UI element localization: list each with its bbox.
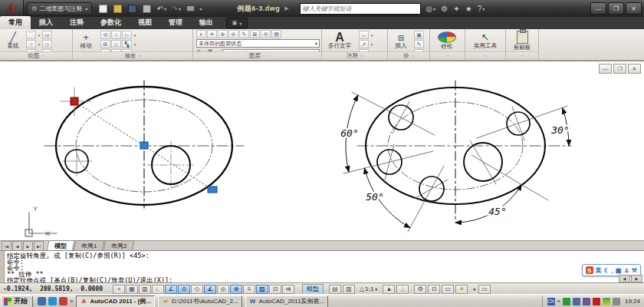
workspace-switch-button[interactable]: ⚙ bbox=[414, 285, 426, 294]
tray-network2-icon[interactable]: ✕ bbox=[583, 298, 590, 305]
taskbar-task-folder[interactable]: ▰ D:\2011书\AutoCAD_2... bbox=[158, 295, 242, 307]
minimize-button[interactable]: — bbox=[590, 2, 606, 15]
new-file-button[interactable] bbox=[97, 2, 110, 15]
panel-modify-label[interactable]: 修改 ▾ bbox=[73, 51, 192, 60]
toggle-quick-properties[interactable]: ⊡ bbox=[269, 285, 281, 294]
ribbon-options-button[interactable]: ▣▾ bbox=[226, 18, 248, 28]
tab-manage[interactable]: 管理 bbox=[160, 16, 191, 29]
annotation-visibility-button[interactable]: ▲ bbox=[383, 285, 395, 294]
panel-clipboard-label[interactable]: ▾ bbox=[506, 51, 538, 60]
communication-center-icon[interactable]: ✦ bbox=[453, 5, 459, 13]
toggle-transparency[interactable]: ▨ bbox=[256, 285, 268, 294]
toggle-selection-cycling[interactable]: ⇉ bbox=[282, 285, 294, 294]
center-grip[interactable] bbox=[140, 142, 148, 149]
help-chevron[interactable]: ▾ bbox=[482, 6, 485, 12]
tab-parametric[interactable]: 参数化 bbox=[92, 16, 130, 29]
polygon-tool-button[interactable]: ◇ bbox=[42, 40, 52, 48]
ime-fullhalf-icon[interactable]: ☾ bbox=[604, 267, 610, 274]
edit-block-button[interactable]: ✎ bbox=[414, 40, 424, 48]
tab-model[interactable]: 模型 bbox=[47, 240, 75, 251]
utilities-button[interactable]: ↖ 实用工具 bbox=[470, 30, 501, 51]
status-menu-chevron[interactable]: ▾ bbox=[473, 286, 475, 292]
mtext-button[interactable]: A 多行文字 bbox=[325, 30, 354, 51]
toggle-3d-osnap[interactable]: ◇ bbox=[191, 285, 203, 294]
performance-button[interactable]: ▭ bbox=[442, 285, 454, 294]
command-window-grip[interactable] bbox=[0, 251, 5, 283]
ime-settings-icon[interactable]: ⚒ bbox=[632, 267, 637, 274]
move-button[interactable]: + 移动 bbox=[74, 30, 97, 51]
toggle-otrack[interactable]: ∡ bbox=[204, 285, 216, 294]
panel-annotate-label[interactable]: 注释 ▾ bbox=[322, 51, 387, 60]
status-tray-bulb-button[interactable]: ☀ bbox=[455, 285, 468, 294]
panel-block-label[interactable]: 块 ▾ bbox=[388, 51, 429, 60]
chevron-down-icon[interactable]: ▾ bbox=[370, 42, 374, 47]
right-flange-figure[interactable]: 60° 30° 50° 45° bbox=[340, 81, 571, 232]
save-button[interactable] bbox=[126, 2, 139, 15]
chevron-down-icon[interactable]: ▾ bbox=[37, 42, 41, 47]
left-flange-figure[interactable] bbox=[44, 81, 244, 208]
panel-draw-label[interactable]: 绘图 ▾ bbox=[0, 51, 72, 60]
end-grip[interactable] bbox=[208, 187, 217, 193]
taskbar-task-document[interactable]: W AutoCAD_2011实例教... bbox=[245, 295, 329, 307]
layer-match-button[interactable]: ⟲ bbox=[261, 30, 271, 38]
toggle-ortho[interactable]: ∟ bbox=[152, 285, 164, 294]
stretch-tool-button[interactable]: ▷ bbox=[122, 31, 132, 39]
undo-button[interactable]: ↶▾ bbox=[155, 2, 168, 15]
tray-display-icon[interactable] bbox=[613, 298, 620, 305]
qat-customize-button[interactable]: ▾ bbox=[199, 6, 202, 12]
taskbar-task-autocad[interactable]: A AutoCAD 2011 - [例... bbox=[76, 295, 155, 307]
toggle-lineweight[interactable]: ≡ bbox=[243, 285, 255, 294]
insert-block-button[interactable]: ⧈ 插入 bbox=[389, 30, 412, 51]
restore-button[interactable]: ❐ bbox=[608, 2, 624, 15]
fillet-tool-button[interactable]: ⊞ bbox=[100, 40, 110, 48]
layer-unisolate-button[interactable]: ⊖ bbox=[228, 30, 238, 38]
search-options-chevron[interactable]: ▾ bbox=[433, 6, 435, 12]
command-scrollbar[interactable]: ◀ ▶ bbox=[619, 275, 642, 282]
command-window[interactable]: 指定旋转角度, 或 [复制(C)/参照(R)] <45>: 命令: 命令: **… bbox=[0, 250, 644, 283]
rectangle-tool-button[interactable]: ▭ bbox=[42, 31, 52, 39]
copy-tool-button[interactable]: ○ bbox=[111, 31, 121, 39]
hot-grip[interactable] bbox=[71, 97, 78, 105]
toggle-dynamic-input[interactable]: ⊕ bbox=[230, 285, 242, 294]
open-file-button[interactable] bbox=[111, 2, 124, 15]
properties-button[interactable]: 特性 bbox=[435, 30, 459, 51]
chevron-down-icon[interactable]: ▾ bbox=[370, 33, 374, 38]
browser-icon[interactable] bbox=[48, 297, 57, 305]
ime-keyboard-icon[interactable]: ▦ bbox=[616, 267, 622, 274]
workspace-selector[interactable]: ⚙ 二维草图与注释 ▾ bbox=[27, 2, 92, 15]
toggle-snap[interactable]: ▦ bbox=[126, 285, 138, 294]
toggle-ducs[interactable]: ◎ bbox=[217, 285, 229, 294]
panel-layers-label[interactable]: 图层 ▾ bbox=[193, 51, 321, 60]
panel-properties-label[interactable]: ▾ bbox=[430, 51, 465, 60]
media-icon[interactable] bbox=[59, 297, 67, 305]
ime-logo-icon[interactable]: S bbox=[586, 266, 593, 274]
tray-security-icon[interactable] bbox=[593, 298, 600, 305]
quick-view-drawings-button[interactable]: ▥ bbox=[343, 285, 355, 294]
tab-output[interactable]: 输出 bbox=[191, 16, 222, 29]
quick-launch-overflow[interactable]: » bbox=[70, 298, 73, 305]
circle-tool-button[interactable]: ○ bbox=[26, 40, 36, 48]
tray-network-icon[interactable]: ✕ bbox=[573, 298, 580, 305]
chevron-down-icon[interactable]: ▾ bbox=[37, 33, 41, 38]
layer-isolate-button[interactable]: ⊕ bbox=[218, 30, 228, 38]
search-icon[interactable]: ◎ bbox=[426, 5, 433, 13]
search-input[interactable] bbox=[300, 3, 421, 15]
tab-layout1[interactable]: 布局1 bbox=[74, 240, 105, 251]
model-space-button[interactable]: 模型 bbox=[302, 284, 324, 295]
create-block-button[interactable]: ▣ bbox=[414, 31, 424, 39]
tab-layout2[interactable]: 布局2 bbox=[104, 240, 135, 251]
auto-annotation-button[interactable]: △ bbox=[396, 285, 409, 294]
chevron-down-icon[interactable]: ▾ bbox=[133, 33, 137, 38]
trim-tool-button[interactable]: △ bbox=[111, 40, 121, 48]
rotate-tool-button[interactable]: ⟲ bbox=[100, 31, 110, 39]
start-button[interactable]: 开始 bbox=[1, 295, 33, 307]
toolbar-lock-button[interactable]: ⊡ bbox=[428, 285, 440, 294]
tray-antivirus-icon[interactable] bbox=[603, 298, 610, 305]
tray-collapse-button[interactable]: « bbox=[557, 298, 560, 305]
layer-state-combo[interactable]: 未保存的图层状态 ▾ bbox=[196, 39, 320, 48]
language-indicator[interactable]: Ch bbox=[547, 298, 555, 305]
toggle-polar[interactable]: ∠ bbox=[165, 285, 177, 294]
help-icon[interactable]: ? bbox=[478, 5, 482, 13]
favorites-icon[interactable]: ★ bbox=[465, 5, 472, 13]
ime-profile-icon[interactable]: ♟ bbox=[624, 267, 629, 274]
